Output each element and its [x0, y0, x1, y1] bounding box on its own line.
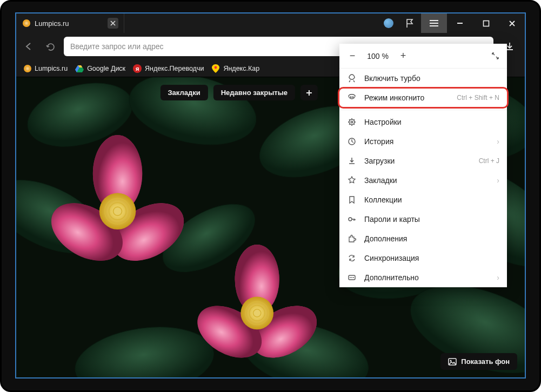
tab-strip: Lumpics.ru	[16, 13, 525, 33]
chevron-right-icon: ›	[497, 137, 499, 146]
show-background-button[interactable]: Показать фон	[440, 353, 517, 370]
nav-back-button[interactable]	[21, 38, 37, 55]
minimize-icon	[456, 19, 464, 27]
menu-item-sync[interactable]: Синхронизация	[339, 248, 507, 268]
star-icon	[347, 176, 357, 185]
svg-rect-0	[483, 21, 489, 26]
fullscreen-button[interactable]	[491, 52, 499, 60]
menu-item-settings[interactable]: Настройки	[339, 112, 507, 132]
close-icon	[110, 21, 116, 26]
menu-item-history[interactable]: История ›	[339, 132, 507, 151]
yandex-translate-icon: я	[133, 64, 142, 73]
svg-point-49	[349, 218, 352, 221]
chip-recently-closed[interactable]: Недавно закрытые	[213, 85, 295, 100]
browser-window: Lumpics.ru	[15, 12, 526, 379]
omnibox-placeholder: Введите запрос или адрес	[70, 42, 164, 51]
window-maximize-button[interactable]	[473, 13, 499, 33]
plus-icon	[305, 89, 313, 97]
menu-item-passwords[interactable]: Пароли и карты	[339, 209, 507, 229]
menu-item-label: Пароли и карты	[364, 215, 420, 224]
bookmark-item-gdrive[interactable]: Google Диск	[75, 64, 125, 73]
svg-point-46	[349, 119, 355, 125]
flag-icon	[405, 18, 415, 28]
puzzle-icon	[347, 234, 357, 243]
menu-item-incognito[interactable]: Режим инкогнито Ctrl + Shift + N	[339, 88, 507, 107]
svg-point-47	[351, 121, 353, 123]
svg-point-4	[215, 66, 217, 69]
favicon-icon	[24, 65, 31, 72]
menu-item-label: Настройки	[364, 118, 402, 126]
download-icon	[347, 157, 357, 165]
window-close-button[interactable]	[499, 13, 525, 33]
zoom-out-button[interactable]: −	[347, 50, 358, 62]
rocket-icon	[347, 74, 357, 83]
menu-item-label: Дополнительно	[364, 273, 419, 282]
bookmark-item-ymaps[interactable]: Яндекс.Кар	[211, 64, 259, 73]
chip-bookmarks[interactable]: Закладки	[160, 85, 208, 100]
menu-item-label: Синхронизация	[364, 254, 419, 262]
arrow-left-icon	[24, 42, 34, 51]
gear-icon	[347, 118, 357, 126]
nav-reload-button[interactable]	[42, 38, 58, 55]
menu-separator	[339, 110, 507, 110]
zoom-in-button[interactable]: +	[398, 50, 409, 62]
browser-tab[interactable]: Lumpics.ru	[16, 13, 124, 33]
menu-item-more[interactable]: Дополнительно ›	[339, 268, 507, 287]
menu-item-label: Включить турбо	[364, 74, 420, 83]
clock-icon	[347, 137, 357, 146]
bookmark-item-ytranslate[interactable]: я Яндекс.Переводчи	[133, 64, 204, 73]
main-menu-dropdown: − 100 % + Включить турбо Режим инкогнито…	[339, 44, 507, 287]
menu-item-label: История	[364, 137, 393, 146]
incognito-icon	[347, 93, 357, 102]
reload-icon	[46, 42, 55, 51]
svg-point-53	[353, 277, 354, 278]
menu-item-label: Режим инкогнито	[364, 93, 424, 102]
chip-add-button[interactable]	[300, 85, 318, 100]
main-menu-button[interactable]	[421, 13, 447, 33]
svg-point-51	[350, 277, 351, 278]
tab-close-button[interactable]	[108, 18, 118, 29]
menu-item-downloads[interactable]: Загрузки Ctrl + J	[339, 151, 507, 171]
tab-title: Lumpics.ru	[35, 19, 69, 28]
chevron-right-icon: ›	[497, 176, 499, 185]
collections-ext-button[interactable]	[399, 13, 421, 33]
menu-item-label: Закладки	[364, 176, 397, 185]
yandex-maps-icon	[211, 64, 220, 73]
zoom-row: − 100 % +	[339, 44, 507, 69]
hamburger-icon	[429, 19, 439, 27]
key-icon	[347, 215, 357, 224]
menu-item-shortcut: Ctrl + J	[479, 157, 499, 165]
svg-point-24	[113, 207, 122, 215]
window-controls	[378, 13, 525, 33]
svg-point-52	[351, 277, 352, 278]
chip-label: Недавно закрытые	[221, 89, 288, 97]
bookmark-label: Яндекс.Кар	[223, 65, 259, 72]
chip-label: Закладки	[168, 89, 200, 97]
menu-item-collections[interactable]: Коллекции	[339, 190, 507, 209]
close-icon	[509, 20, 516, 27]
zoom-value: 100 %	[364, 52, 391, 60]
tab-chips: Закладки Недавно закрытые	[160, 85, 318, 100]
bookmark-item-lumpics[interactable]: Lumpics.ru	[24, 65, 68, 72]
menu-item-label: Дополнения	[364, 234, 407, 243]
bookmark-icon	[347, 195, 357, 204]
gdrive-icon	[75, 64, 84, 73]
svg-point-34	[253, 309, 261, 317]
weather-extension-button[interactable]	[378, 13, 399, 33]
show-background-label: Показать фон	[461, 357, 510, 366]
bookmark-label: Lumpics.ru	[35, 65, 68, 72]
menu-item-label: Коллекции	[364, 195, 402, 204]
bookmark-label: Google Диск	[87, 65, 125, 72]
chevron-right-icon: ›	[497, 273, 499, 282]
window-minimize-button[interactable]	[447, 13, 473, 33]
expand-icon	[491, 52, 499, 60]
favicon-icon	[23, 19, 30, 27]
menu-item-turbo[interactable]: Включить турбо	[339, 69, 507, 88]
image-icon	[448, 358, 457, 366]
menu-item-bookmarks[interactable]: Закладки ›	[339, 171, 507, 190]
bookmark-label: Яндекс.Переводчи	[145, 65, 204, 72]
more-icon	[347, 273, 357, 282]
menu-item-addons[interactable]: Дополнения	[339, 229, 507, 248]
maximize-icon	[483, 20, 490, 27]
menu-item-shortcut: Ctrl + Shift + N	[457, 94, 499, 102]
